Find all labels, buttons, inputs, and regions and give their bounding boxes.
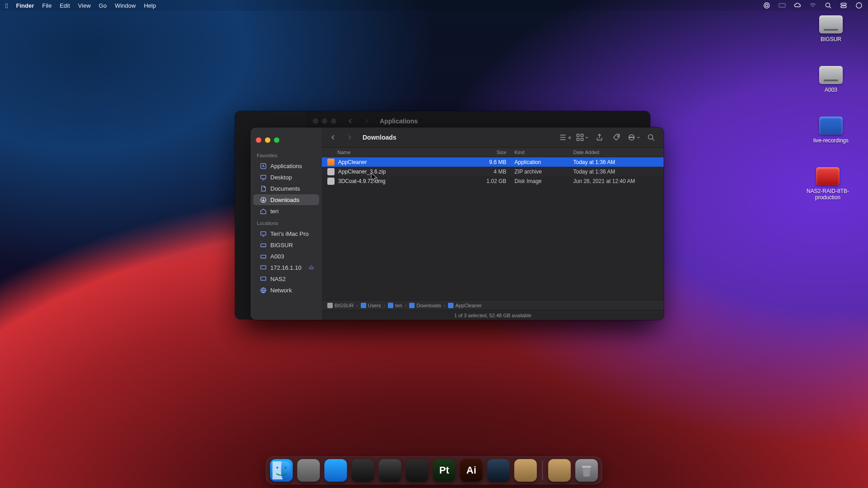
win-minimize[interactable]: [322, 118, 327, 124]
desktop-icon-nas2[interactable]: NAS2-RAID-8TB-production: [803, 167, 853, 201]
toolbar: Downloads: [322, 127, 664, 147]
sidebar-item-documents[interactable]: Documents: [253, 183, 319, 194]
dock[interactable]: PtAi: [266, 456, 603, 484]
file-size: 9.6 MB: [474, 159, 514, 165]
menu-help[interactable]: Help: [144, 2, 156, 9]
win-minimize[interactable]: [265, 137, 270, 143]
chevron-right-icon: ›: [405, 303, 407, 308]
desktop-icon-bigsur[interactable]: BIGSUR: [809, 15, 853, 42]
sidebar-item-label: 172.16.1.10: [270, 264, 302, 271]
siri-icon[interactable]: [855, 2, 863, 9]
sidebar-icon: [259, 230, 267, 237]
dock-item-ai[interactable]: Ai: [460, 459, 483, 482]
menu-edit[interactable]: Edit: [60, 2, 70, 9]
svg-point-6: [856, 3, 862, 8]
sidebar-item-teri[interactable]: teri: [253, 206, 319, 216]
sidebar-item-downloads[interactable]: Downloads: [253, 194, 319, 205]
back-button[interactable]: [345, 116, 355, 126]
path-segment[interactable]: BIGSUR: [327, 303, 354, 308]
sidebar-item-a003[interactable]: A003: [253, 251, 319, 262]
file-row[interactable]: 3DCoat-4.9.72.dmg1.02 GBDisk ImageJun 28…: [322, 176, 664, 186]
svg-point-24: [633, 137, 634, 138]
group-button[interactable]: [576, 132, 589, 143]
svg-rect-13: [260, 265, 265, 269]
control-center-icon[interactable]: [840, 2, 847, 9]
dock-item-app1[interactable]: [514, 459, 537, 482]
path-segment[interactable]: teri: [388, 303, 402, 308]
file-date: Today at 1:36 AM: [573, 169, 664, 175]
menu-window[interactable]: Window: [115, 2, 136, 9]
view-list-button[interactable]: [559, 132, 571, 143]
sidebar-item-applications[interactable]: Applications: [253, 160, 319, 171]
keyboard-icon[interactable]: [778, 2, 786, 9]
col-date[interactable]: Date Added: [573, 150, 664, 155]
desktop-icon-a003[interactable]: A003: [809, 66, 853, 93]
dock-item-steam[interactable]: [487, 459, 510, 482]
eject-icon[interactable]: [307, 264, 315, 271]
dock-item-finalcut[interactable]: [352, 459, 374, 482]
finder-window-downloads[interactable]: Favorites ApplicationsDesktopDocumentsDo…: [250, 127, 664, 320]
win-zoom[interactable]: [274, 137, 279, 143]
path-label: teri: [395, 303, 402, 308]
menu-file[interactable]: File: [42, 2, 52, 9]
col-name[interactable]: Name: [337, 150, 474, 155]
window-title: Downloads: [363, 134, 396, 141]
desktop-icon-label: live-recordings: [809, 137, 853, 144]
file-icon: [327, 159, 335, 166]
file-size: 4 MB: [474, 169, 514, 175]
sidebar-item-172-16-1-10[interactable]: 172.16.1.10: [253, 262, 319, 273]
sidebar-item-network[interactable]: Network: [253, 285, 319, 296]
file-row[interactable]: AppCleaner_3.6.zip4 MBZIP archiveToday a…: [322, 167, 664, 176]
svg-point-20: [618, 136, 618, 136]
app-menu[interactable]: Finder: [16, 2, 34, 9]
path-bar[interactable]: BIGSUR›Users›teri›Downloads›AppCleaner: [322, 300, 664, 310]
window-title: Applications: [380, 117, 418, 125]
cloud-icon[interactable]: [794, 2, 801, 9]
sidebar-icon: [259, 275, 267, 282]
dock-item-davinci[interactable]: [379, 459, 401, 482]
forward-button[interactable]: [344, 132, 354, 142]
sidebar-item-desktop[interactable]: Desktop: [253, 172, 319, 183]
dock-item-finder[interactable]: [270, 459, 293, 482]
file-date: Jun 28, 2021 at 12:40 AM: [573, 178, 664, 184]
menu-go[interactable]: Go: [99, 2, 107, 9]
col-size[interactable]: Size: [474, 150, 514, 155]
sidebar-item-bigsur[interactable]: BIGSUR: [253, 239, 319, 250]
dock-item-trash[interactable]: [576, 459, 598, 482]
svg-point-25: [648, 135, 653, 139]
tags-button[interactable]: [610, 132, 623, 143]
dock-item-app2[interactable]: [548, 459, 571, 482]
menu-view[interactable]: View: [78, 2, 91, 9]
col-kind[interactable]: Kind: [514, 150, 573, 155]
column-headers[interactable]: Name Size Kind Date Added: [322, 147, 664, 157]
path-segment[interactable]: AppCleaner: [448, 303, 481, 308]
win-close[interactable]: [313, 118, 318, 124]
sidebar-item-teri-s-imac-pro[interactable]: Teri's iMac Pro: [253, 228, 319, 239]
action-button[interactable]: [627, 132, 640, 143]
dock-item-safari[interactable]: [325, 459, 347, 482]
stop-icon[interactable]: [763, 2, 770, 9]
win-close[interactable]: [256, 137, 261, 143]
back-button[interactable]: [328, 132, 338, 142]
file-row[interactable]: AppCleaner9.6 MBApplicationToday at 1:36…: [322, 157, 664, 167]
sidebar-item-label: Network: [270, 287, 292, 294]
search-button[interactable]: [645, 132, 657, 143]
apple-menu[interactable]: : [5, 2, 8, 9]
path-segment[interactable]: Downloads: [409, 303, 441, 308]
share-button[interactable]: [593, 132, 606, 143]
svg-rect-29: [582, 466, 591, 468]
wifi-icon[interactable]: [809, 2, 816, 9]
spotlight-icon[interactable]: [825, 2, 832, 9]
dock-item-iterm[interactable]: [406, 459, 429, 482]
dock-item-launchpad[interactable]: [297, 459, 320, 482]
dock-item-pt[interactable]: Pt: [433, 459, 456, 482]
file-list[interactable]: AppCleaner9.6 MBApplicationToday at 1:36…: [322, 157, 664, 300]
win-zoom[interactable]: [331, 118, 336, 124]
forward-button[interactable]: [362, 116, 372, 126]
desktop-icon-live-recordings[interactable]: live-recordings: [809, 117, 853, 144]
svg-rect-2: [779, 4, 785, 7]
sidebar-item-nas2[interactable]: NAS2: [253, 273, 319, 284]
file-kind: Application: [514, 159, 573, 165]
path-segment[interactable]: Users: [361, 303, 381, 308]
sidebar-item-label: Teri's iMac Pro: [270, 230, 309, 237]
